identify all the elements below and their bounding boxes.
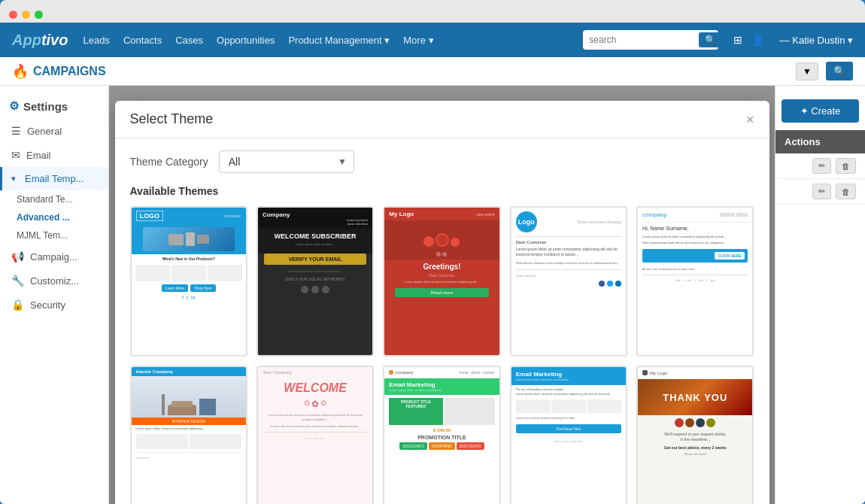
theme-8-preview: company homeaboutcontact Email Marketing bbox=[384, 367, 499, 504]
modal-close-button[interactable]: × bbox=[746, 113, 754, 126]
sidebar: ⚙ Settings ☰ General ✉ Email ▾ Email Tem… bbox=[0, 86, 109, 504]
general-icon: ☰ bbox=[11, 125, 21, 137]
modal-body[interactable]: Theme Category All Business Holiday Mark… bbox=[115, 138, 769, 504]
campaigns-icon: 🔥 bbox=[12, 63, 29, 80]
actions-header: Actions bbox=[775, 130, 865, 153]
theme-card-corporate[interactable]: company Hi, Name Surname, Lorem ipsum do… bbox=[636, 206, 754, 357]
nav-links: Leads Contacts Cases Opportunities Produ… bbox=[83, 35, 568, 46]
available-themes-label: Available Themes bbox=[130, 185, 754, 197]
theme-1-preview: LOGO newsletter bbox=[132, 208, 246, 355]
theme-card-thank-you[interactable]: My Logo THANK YOU bbox=[636, 366, 754, 504]
mjml-templates-label: MJML Tem... bbox=[17, 230, 68, 241]
theme-6-preview: Interior Company bbox=[132, 367, 246, 504]
modal-overlay: Select Theme × Theme Category All Busine… bbox=[109, 86, 775, 504]
sidebar-settings-header: ⚙ Settings bbox=[0, 93, 108, 119]
theme-7-preview: Your Company WELCOME ✿ ✿ ✿ bbox=[258, 367, 372, 504]
theme-category-select-wrapper: All Business Holiday Marketing ▼ bbox=[219, 150, 354, 173]
edit-button-2[interactable]: ✏ bbox=[812, 184, 831, 199]
sidebar-email-label: Email bbox=[26, 150, 51, 161]
modal-title: Select Theme bbox=[130, 111, 214, 127]
theme-2-preview: Company some text here more info here WE… bbox=[258, 208, 372, 355]
action-row-2: ✏ 🗑 bbox=[775, 179, 865, 205]
sidebar-general-label: General bbox=[27, 126, 62, 137]
sidebar-item-email[interactable]: ✉ Email bbox=[0, 143, 108, 167]
sidebar-customize-label: Customiz... bbox=[30, 275, 79, 287]
actions-panel: ✦ Create Actions ✏ 🗑 ✏ 🗑 bbox=[775, 86, 865, 504]
dropdown-icon: ▼ bbox=[803, 66, 812, 77]
campaigns-sidebar-icon: 📢 bbox=[11, 250, 24, 263]
theme-4-preview: Logo Smart Investment Strategy Dear Cust… bbox=[511, 208, 626, 355]
action-row-1: ✏ 🗑 bbox=[775, 153, 865, 179]
theme-card-interior[interactable]: Interior Company bbox=[130, 366, 247, 504]
standard-templates-label: Standard Te... bbox=[17, 194, 73, 205]
browser-dot-green bbox=[35, 11, 43, 19]
theme-card-email-marketing-blue[interactable]: Email Marketing Lorem ipsum dolor sit am… bbox=[510, 366, 627, 504]
view-dropdown[interactable]: ▼ bbox=[796, 62, 818, 80]
edit-button-1[interactable]: ✏ bbox=[812, 158, 831, 174]
nav-user[interactable]: — Katie Dustin ▾ bbox=[779, 35, 853, 46]
nav-cases[interactable]: Cases bbox=[175, 35, 203, 46]
theme-category-label: Theme Category bbox=[130, 156, 208, 168]
top-nav: Apptivo Leads Contacts Cases Opportuniti… bbox=[0, 23, 865, 57]
main-layout: ⚙ Settings ☰ General ✉ Email ▾ Email Tem… bbox=[0, 86, 865, 504]
nav-search-bar: 🔍 bbox=[583, 30, 718, 50]
theme-card-email-marketing-green[interactable]: company homeaboutcontact Email Marketing bbox=[383, 366, 500, 504]
theme-3-preview: My Logo view online bbox=[384, 208, 499, 355]
expand-icon: ▾ bbox=[11, 174, 16, 184]
browser-dot-yellow bbox=[22, 11, 30, 19]
select-theme-modal: Select Theme × Theme Category All Busine… bbox=[115, 101, 769, 504]
theme-category-row: Theme Category All Business Holiday Mark… bbox=[130, 150, 754, 173]
theme-card-welcome-pink[interactable]: Your Company WELCOME ✿ ✿ ✿ bbox=[256, 366, 374, 504]
sidebar-sub-standard[interactable]: Standard Te... bbox=[0, 190, 108, 208]
sidebar-sub-advanced[interactable]: Advanced ... bbox=[0, 208, 108, 226]
theme-card-christmas[interactable]: My Logo view online bbox=[383, 206, 500, 357]
nav-contacts[interactable]: Contacts bbox=[123, 35, 162, 46]
sidebar-item-email-templates[interactable]: ▾ Email Temp... bbox=[0, 167, 108, 190]
advanced-templates-label: Advanced ... bbox=[17, 212, 70, 223]
theme-card-tech[interactable]: LOGO newsletter bbox=[130, 206, 247, 357]
delete-button-2[interactable]: 🗑 bbox=[836, 184, 856, 199]
email-icon: ✉ bbox=[11, 149, 20, 161]
search-input[interactable] bbox=[589, 35, 694, 45]
search-button[interactable]: 🔍 bbox=[699, 32, 722, 47]
sidebar-item-customize[interactable]: 🔧 Customiz... bbox=[0, 269, 108, 293]
theme-9-preview: Email Marketing Lorem ipsum dolor sit am… bbox=[511, 367, 626, 504]
theme-card-professional[interactable]: Logo Smart Investment Strategy Dear Cust… bbox=[510, 206, 627, 357]
nav-more[interactable]: More ▾ bbox=[403, 35, 433, 46]
settings-gear-icon: ⚙ bbox=[9, 99, 19, 113]
sidebar-item-general[interactable]: ☰ General bbox=[0, 119, 108, 143]
campaigns-title: 🔥 CAMPAIGNS bbox=[12, 63, 106, 80]
content-area: Select Theme × Theme Category All Busine… bbox=[109, 86, 775, 504]
modal-header: Select Theme × bbox=[115, 101, 769, 138]
themes-grid: LOGO newsletter bbox=[130, 206, 754, 357]
nav-opportunities[interactable]: Opportunities bbox=[217, 35, 275, 46]
sub-nav-search-button[interactable]: 🔍 bbox=[826, 62, 853, 80]
sidebar-item-campaigns[interactable]: 📢 Campaig... bbox=[0, 244, 108, 269]
app-logo: Apptivo bbox=[12, 32, 68, 49]
nav-icons: ⊞ 👤 bbox=[733, 34, 764, 46]
customize-icon: 🔧 bbox=[11, 275, 24, 287]
theme-card-dark-welcome[interactable]: Company some text here more info here WE… bbox=[256, 206, 374, 357]
browser-dot-red bbox=[9, 11, 17, 19]
theme-category-select[interactable]: All Business Holiday Marketing bbox=[219, 150, 354, 173]
delete-button-1[interactable]: 🗑 bbox=[836, 158, 856, 174]
notifications-icon[interactable]: 👤 bbox=[751, 34, 764, 46]
security-icon: 🔒 bbox=[11, 299, 24, 311]
nav-leads[interactable]: Leads bbox=[83, 35, 109, 46]
sidebar-campaigns-label: Campaig... bbox=[30, 251, 77, 263]
themes-grid-row2: Interior Company bbox=[130, 366, 754, 504]
sidebar-security-label: Security bbox=[30, 299, 65, 311]
create-button[interactable]: ✦ Create bbox=[782, 99, 859, 123]
nav-product-management[interactable]: Product Management ▾ bbox=[288, 35, 390, 46]
apps-icon[interactable]: ⊞ bbox=[733, 34, 742, 46]
sidebar-email-templates-label: Email Temp... bbox=[25, 173, 84, 184]
theme-10-preview: My Logo THANK YOU bbox=[638, 367, 752, 504]
sidebar-sub-mjml[interactable]: MJML Tem... bbox=[0, 226, 108, 244]
theme-5-preview: company Hi, Name Surname, Lorem ipsum do… bbox=[638, 208, 752, 355]
sidebar-item-security[interactable]: 🔒 Security bbox=[0, 293, 108, 317]
sub-nav: 🔥 CAMPAIGNS ▼ 🔍 bbox=[0, 57, 865, 86]
